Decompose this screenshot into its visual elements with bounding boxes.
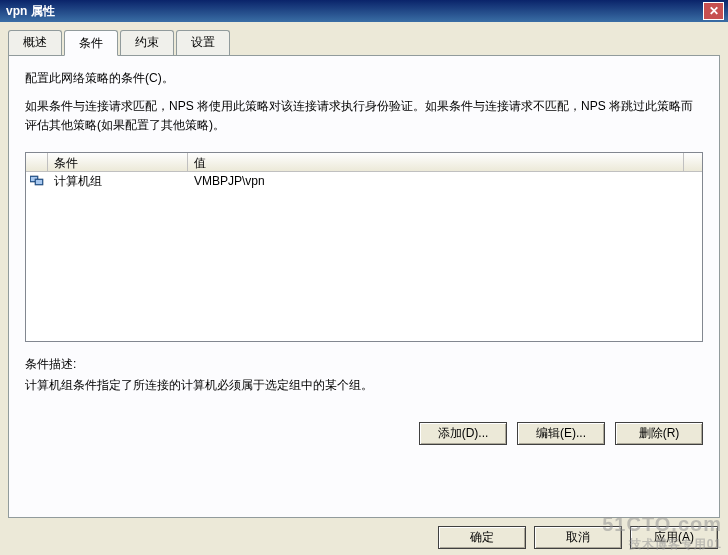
header-spacer (684, 153, 702, 171)
cancel-button[interactable]: 取消 (534, 526, 622, 549)
tab-constraints[interactable]: 约束 (120, 30, 174, 55)
intro-text-2: 如果条件与连接请求匹配，NPS 将使用此策略对该连接请求执行身份验证。如果条件与… (25, 97, 703, 134)
table-row[interactable]: 计算机组 VMBPJP\vpn (26, 172, 702, 190)
header-value[interactable]: 值 (188, 153, 684, 171)
intro-text-1: 配置此网络策略的条件(C)。 (25, 70, 703, 87)
listview-header: 条件 值 (26, 153, 702, 172)
dialog-buttons: 确定 取消 应用(A) (438, 526, 718, 549)
computer-group-icon (26, 174, 48, 188)
edit-button[interactable]: 编辑(E)... (517, 422, 605, 445)
tab-content: 配置此网络策略的条件(C)。 如果条件与连接请求匹配，NPS 将使用此策略对该连… (8, 55, 720, 518)
remove-button[interactable]: 删除(R) (615, 422, 703, 445)
titlebar: vpn 属性 ✕ (0, 0, 728, 22)
apply-button[interactable]: 应用(A) (630, 526, 718, 549)
condition-buttons: 添加(D)... 编辑(E)... 删除(R) (25, 422, 703, 445)
tab-settings[interactable]: 设置 (176, 30, 230, 55)
header-condition[interactable]: 条件 (48, 153, 188, 171)
row-condition: 计算机组 (48, 172, 188, 191)
tabstrip: 概述 条件 约束 设置 (8, 30, 720, 55)
tab-overview[interactable]: 概述 (8, 30, 62, 55)
window-title: vpn 属性 (4, 3, 703, 20)
header-icon-col[interactable] (26, 153, 48, 171)
ok-button[interactable]: 确定 (438, 526, 526, 549)
close-icon[interactable]: ✕ (703, 2, 724, 20)
row-value: VMBPJP\vpn (188, 173, 702, 189)
add-button[interactable]: 添加(D)... (419, 422, 507, 445)
svg-rect-3 (36, 180, 42, 184)
conditions-listview[interactable]: 条件 值 计算机组 VMBPJP\vpn (25, 152, 703, 342)
dialog-body: 概述 条件 约束 设置 配置此网络策略的条件(C)。 如果条件与连接请求匹配，N… (0, 22, 728, 518)
description-text: 计算机组条件指定了所连接的计算机必须属于选定组中的某个组。 (25, 377, 703, 394)
tab-conditions[interactable]: 条件 (64, 30, 118, 56)
description-label: 条件描述: (25, 356, 703, 373)
